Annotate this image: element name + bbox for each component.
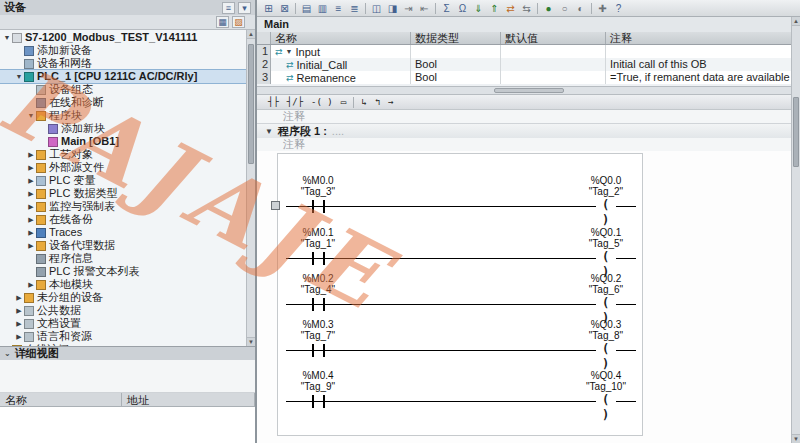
open-contact-icon[interactable]: ┤├ bbox=[265, 97, 282, 107]
contact-address[interactable]: %M0.1 bbox=[280, 227, 356, 238]
tree-item-doc-settings[interactable]: ▶文档设置 bbox=[0, 317, 246, 330]
contact-address[interactable]: %M0.2 bbox=[280, 273, 356, 284]
tree-item-traces[interactable]: ▶Traces bbox=[0, 226, 246, 239]
contact-normally-open[interactable] bbox=[312, 395, 325, 408]
tree-item-add-device[interactable]: 添加新设备 bbox=[0, 44, 246, 57]
contact-normally-open[interactable] bbox=[312, 252, 325, 265]
splitter-handle-icon[interactable] bbox=[494, 88, 564, 93]
expander-icon[interactable]: ▼ bbox=[26, 109, 36, 122]
expander-icon[interactable]: ▶ bbox=[14, 291, 24, 304]
tree-item-languages[interactable]: ▶语言和资源 bbox=[0, 330, 246, 343]
open-branch-icon[interactable]: ↳ bbox=[358, 97, 369, 107]
favorites-icon[interactable]: ◨ bbox=[385, 2, 400, 15]
contact-tag[interactable]: "Tag_9" bbox=[280, 381, 356, 392]
variable-default[interactable] bbox=[501, 58, 606, 71]
coil-icon[interactable]: -( ) bbox=[308, 97, 336, 107]
download-icon[interactable]: ⇓ bbox=[471, 2, 486, 15]
expander-icon[interactable]: ▶ bbox=[14, 317, 24, 330]
go-offline-icon[interactable]: ⇆ bbox=[519, 2, 534, 15]
network-comment-placeholder[interactable]: 注释 bbox=[257, 138, 800, 151]
coil-address[interactable]: %Q0.1 bbox=[568, 227, 644, 238]
tree-item-plc1[interactable]: ▼PLC_1 [CPU 1211C AC/DC/Rly] bbox=[0, 70, 246, 83]
contact-tag[interactable]: "Tag_1" bbox=[280, 238, 356, 249]
interface-row-initial-call[interactable]: 2 ⇄Initial_Call Bool Initial call of thi… bbox=[257, 58, 800, 71]
jump-arrow-icon[interactable]: → bbox=[385, 97, 396, 107]
variable-name[interactable]: Input bbox=[295, 46, 319, 58]
coil-symbol[interactable]: ( ) bbox=[596, 198, 616, 214]
coil-tag[interactable]: "Tag_10" bbox=[568, 381, 644, 392]
tree-item-add-block[interactable]: 添加新块 bbox=[0, 122, 246, 135]
tree-item-plc-tags[interactable]: ▶PLC 变量 bbox=[0, 174, 246, 187]
table-splitter[interactable] bbox=[257, 86, 800, 95]
editor-scrollbar[interactable]: ▲ ▼ bbox=[791, 17, 800, 443]
tree-item-tech-objects[interactable]: ▶工艺对象 bbox=[0, 148, 246, 161]
scroll-up-icon[interactable]: ▲ bbox=[792, 17, 800, 26]
monitoring-on-icon[interactable]: ● bbox=[541, 2, 556, 15]
absolute-operands-icon[interactable]: ▤ bbox=[299, 2, 314, 15]
coil-symbol[interactable]: ( ) bbox=[596, 296, 616, 312]
contact-normally-open[interactable] bbox=[312, 344, 325, 357]
tree-item-project[interactable]: ▼S7-1200_Modbus_TEST_V141111 bbox=[0, 31, 246, 44]
column-datatype[interactable]: 数据类型 bbox=[411, 32, 501, 44]
column-default[interactable]: 默认值 bbox=[501, 32, 606, 44]
contact-address[interactable]: %M0.3 bbox=[280, 319, 356, 330]
expander-icon[interactable]: ▶ bbox=[26, 278, 36, 291]
expander-icon[interactable]: ▶ bbox=[26, 239, 36, 252]
go-online-icon[interactable]: ⇄ bbox=[503, 2, 518, 15]
variable-comment[interactable]: Initial call of this OB bbox=[606, 58, 800, 71]
variable-type[interactable]: Bool bbox=[411, 58, 501, 71]
view-grid-icon[interactable]: ▦ bbox=[216, 16, 229, 28]
goto-previous-icon[interactable]: ⇤ bbox=[417, 2, 432, 15]
variable-name[interactable]: Initial_Call bbox=[297, 59, 348, 71]
tree-item-alarm-texts[interactable]: PLC 报警文本列表 bbox=[0, 265, 246, 278]
expander-icon[interactable]: ▶ bbox=[26, 213, 36, 226]
expander-icon[interactable]: ▶ bbox=[26, 161, 36, 174]
coil-tag[interactable]: "Tag_5" bbox=[568, 238, 644, 249]
expander-icon[interactable]: ▶ bbox=[14, 304, 24, 317]
tree-item-devices-networks[interactable]: 设备和网络 bbox=[0, 57, 246, 70]
symbolic-operands-icon[interactable]: ▥ bbox=[315, 2, 330, 15]
contact-tag[interactable]: "Tag_3" bbox=[280, 186, 356, 197]
coil-address[interactable]: %Q0.2 bbox=[568, 273, 644, 284]
tree-item-program-blocks[interactable]: ▼程序块 bbox=[0, 109, 246, 122]
interface-row-remanence[interactable]: 3 ⇄Remanence Bool =True, if remanent dat… bbox=[257, 71, 800, 84]
variable-default[interactable] bbox=[501, 45, 606, 58]
column-name[interactable]: 名称 bbox=[271, 32, 411, 44]
details-view-header[interactable]: ⌄ 详细视图 bbox=[0, 346, 255, 360]
coil-address[interactable]: %Q0.0 bbox=[568, 175, 644, 186]
insert-network-icon[interactable]: ⊞ bbox=[261, 2, 276, 15]
compile-icon[interactable]: Σ bbox=[439, 2, 454, 15]
network-header[interactable]: ▼ 程序段 1 : .... bbox=[257, 123, 800, 138]
filter-icon[interactable]: ▨ bbox=[232, 16, 245, 28]
tree-item-local-modules[interactable]: ▶本地模块 bbox=[0, 278, 246, 291]
delete-network-icon[interactable]: ⊠ bbox=[277, 2, 292, 15]
close-branch-icon[interactable]: ↰ bbox=[372, 97, 383, 107]
scroll-down-icon[interactable]: ▼ bbox=[792, 434, 800, 443]
contact-tag[interactable]: "Tag_4" bbox=[280, 284, 356, 295]
column-comment[interactable]: 注释 bbox=[606, 32, 800, 44]
monitoring-off-icon[interactable]: ○ bbox=[557, 2, 572, 15]
editor-scrollbar-thumb[interactable] bbox=[793, 97, 799, 167]
expander-icon[interactable]: ▼ bbox=[2, 31, 12, 44]
details-col-name[interactable]: 名称 bbox=[0, 393, 122, 406]
tree-item-online-backups[interactable]: ▶在线备份 bbox=[0, 213, 246, 226]
coil-tag[interactable]: "Tag_8" bbox=[568, 330, 644, 341]
expander-icon[interactable]: ▶ bbox=[26, 187, 36, 200]
selection-cursor[interactable] bbox=[271, 201, 280, 210]
scroll-down-icon[interactable]: ▼ bbox=[247, 337, 255, 346]
expander-icon[interactable]: ▶ bbox=[26, 174, 36, 187]
contact-address[interactable]: %M0.0 bbox=[280, 175, 356, 186]
expander-icon[interactable]: ▶ bbox=[26, 200, 36, 213]
help-icon[interactable]: ? bbox=[611, 2, 626, 15]
details-col-address[interactable]: 地址 bbox=[122, 393, 255, 406]
contact-address[interactable]: %M0.4 bbox=[280, 370, 356, 381]
coil-symbol[interactable]: ( ) bbox=[596, 393, 616, 409]
expander-icon[interactable]: ▶ bbox=[26, 226, 36, 239]
tree-item-program-info[interactable]: 程序信息 bbox=[0, 252, 246, 265]
network-comments-icon[interactable]: ◫ bbox=[369, 2, 384, 15]
snapshot-icon[interactable]: ◐ bbox=[573, 2, 588, 15]
collapse-networks-icon[interactable]: ≡ bbox=[331, 2, 346, 15]
variable-name[interactable]: Remanence bbox=[297, 72, 356, 84]
dropdown-icon[interactable]: ▾ bbox=[238, 2, 251, 14]
coil-symbol[interactable]: ( ) bbox=[596, 250, 616, 266]
